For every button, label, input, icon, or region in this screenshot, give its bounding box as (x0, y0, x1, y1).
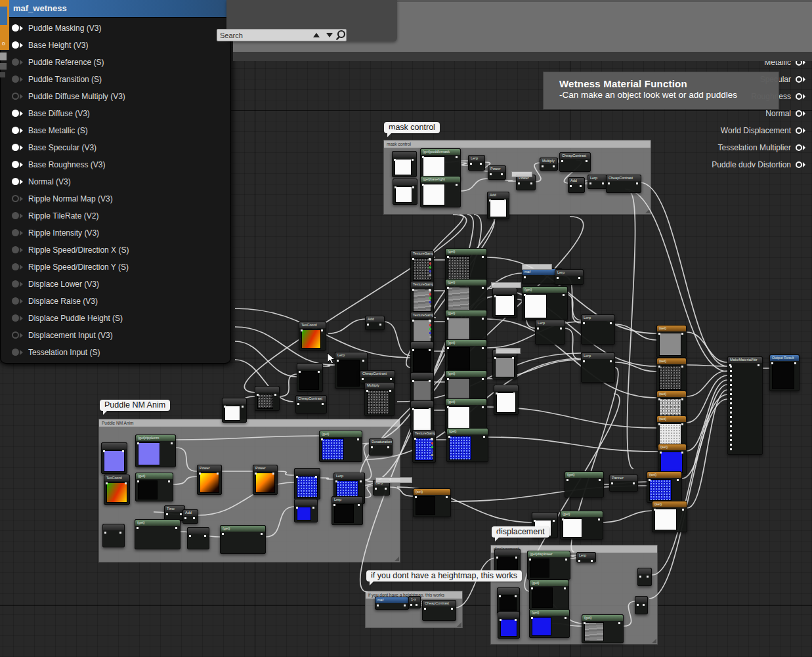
node-pin[interactable] (730, 398, 732, 400)
comment-title-strip[interactable]: Puddle NM Anim (99, 419, 400, 427)
node-pin[interactable] (553, 520, 555, 522)
node-pin[interactable] (358, 504, 360, 506)
node-pin[interactable] (125, 482, 127, 484)
node-channel-pin[interactable] (429, 266, 431, 268)
graph-node[interactable]: Lerp (468, 155, 485, 171)
node-pin[interactable] (385, 488, 387, 490)
node-pin[interactable] (494, 357, 496, 359)
input-pin[interactable] (12, 41, 19, 49)
graph-node[interactable]: Multiply (364, 382, 395, 416)
graph-node[interactable]: TextureSample (410, 312, 434, 345)
input-pin[interactable] (12, 178, 19, 185)
graph-node[interactable]: (get)basehght (420, 176, 461, 207)
node-pin[interactable] (387, 446, 389, 448)
graph-node[interactable] (498, 611, 520, 639)
node-pin[interactable] (643, 604, 645, 606)
graph-node[interactable]: Add (568, 177, 585, 193)
graph-node[interactable]: TexCoord (104, 475, 130, 505)
node-pin[interactable] (171, 442, 173, 444)
function-input-row[interactable]: Ripple TileRate (V2) (12, 207, 98, 224)
node-pin[interactable] (681, 423, 683, 425)
graph-node[interactable]: Lerp (331, 496, 363, 525)
function-input-row[interactable]: Displacement Input (V3) (12, 327, 113, 344)
node-pin[interactable] (562, 519, 564, 520)
output-pin[interactable] (796, 127, 802, 134)
node-pin[interactable] (570, 185, 572, 187)
node-pin[interactable] (470, 163, 472, 165)
node-pin[interactable] (560, 328, 562, 329)
node-pin[interactable] (530, 182, 532, 184)
node-pin[interactable] (513, 392, 515, 394)
function-input-row[interactable]: Displace Lower (V3) (12, 276, 99, 293)
graph-node[interactable]: (get) (446, 428, 488, 462)
graph-node[interactable]: (get) (565, 471, 604, 498)
node-pin[interactable] (224, 406, 226, 408)
graph-node[interactable] (410, 341, 434, 374)
function-input-row[interactable]: Base Diffuse (V3) (12, 105, 90, 122)
node-pin[interactable] (647, 576, 649, 578)
node-pin[interactable] (333, 504, 335, 506)
node-channel-pin[interactable] (429, 293, 431, 295)
node-pin[interactable] (730, 439, 732, 441)
node-channel-pin[interactable] (429, 305, 431, 307)
node-pin[interactable] (415, 496, 417, 498)
node-pin[interactable] (565, 559, 567, 561)
node-pin[interactable] (602, 182, 604, 184)
graph-node[interactable]: (get) (220, 525, 266, 554)
function-input-row[interactable]: Ripple Intensity (V3) (12, 224, 99, 242)
node-pin[interactable] (272, 473, 274, 475)
node-pin[interactable] (730, 444, 732, 446)
node-pin[interactable] (730, 393, 732, 395)
node-pin[interactable] (447, 256, 449, 258)
graph-node[interactable]: Power (488, 165, 506, 180)
node-pin[interactable] (261, 533, 263, 535)
graph-node[interactable]: Multiply (540, 158, 558, 171)
graph-node[interactable]: 1-x (408, 596, 421, 608)
node-pin[interactable] (490, 173, 492, 175)
node-pin[interactable] (730, 370, 732, 372)
node-pin[interactable] (335, 480, 337, 482)
function-input-row[interactable]: Base Roughness (V3) (12, 156, 105, 173)
input-pin[interactable] (12, 349, 19, 356)
node-pin[interactable] (563, 294, 565, 296)
node-pin[interactable] (482, 347, 484, 349)
output-pin[interactable] (796, 76, 802, 83)
node-pin[interactable] (654, 509, 656, 511)
graph-node[interactable]: (get) (522, 286, 568, 320)
node-pin[interactable] (730, 430, 732, 432)
node-channel-pin[interactable] (429, 297, 431, 299)
node-pin[interactable] (610, 360, 612, 362)
search-next-button[interactable] (326, 33, 333, 37)
node-pin[interactable] (321, 329, 323, 331)
node-pin[interactable] (446, 496, 448, 498)
graph-node[interactable] (635, 596, 648, 614)
node-channel-pin[interactable] (429, 274, 431, 276)
node-pin[interactable] (524, 276, 526, 278)
comment-title-strip[interactable]: mask control (384, 140, 651, 148)
graph-node[interactable]: TextureSample (412, 430, 436, 463)
graph-node[interactable] (294, 499, 318, 522)
node-pin[interactable] (531, 617, 533, 619)
node-pin[interactable] (542, 165, 544, 167)
node-pin[interactable] (494, 295, 496, 297)
input-pin[interactable] (12, 314, 19, 322)
graph-node[interactable]: (get) (319, 431, 362, 462)
graph-node[interactable]: Add (487, 192, 509, 219)
node-pin[interactable] (512, 295, 514, 297)
node-channel-pin[interactable] (429, 301, 431, 303)
node-pin[interactable] (456, 184, 458, 186)
node-pin[interactable] (496, 557, 498, 559)
function-input-row[interactable]: Displace Raise (V3) (12, 293, 98, 310)
node-channel-pin[interactable] (431, 438, 433, 440)
node-pin[interactable] (257, 394, 259, 396)
function-input-row[interactable]: Normal (V3) (12, 173, 71, 190)
node-pin[interactable] (515, 619, 517, 621)
input-pin[interactable] (12, 331, 19, 339)
graph-node[interactable] (222, 398, 247, 423)
graph-node[interactable] (637, 568, 652, 586)
graph-node[interactable]: Power (197, 465, 222, 495)
node-pin[interactable] (299, 371, 301, 373)
node-pin[interactable] (658, 423, 660, 425)
node-pin[interactable] (608, 182, 610, 184)
node-channel-pin[interactable] (429, 320, 431, 322)
